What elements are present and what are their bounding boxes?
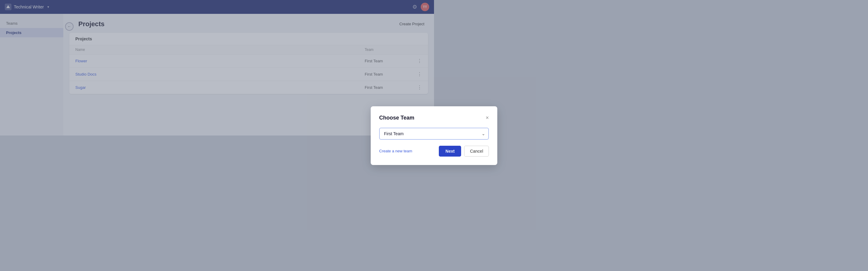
choose-team-modal: Choose Team × First Team ⌄ Create a new … — [371, 106, 434, 136]
team-select[interactable]: First Team — [379, 128, 434, 136]
team-select-wrapper: First Team ⌄ — [379, 128, 434, 136]
modal-title: Choose Team — [379, 115, 414, 121]
modal-header: Choose Team × — [379, 115, 434, 121]
modal-overlay[interactable]: Choose Team × First Team ⌄ Create a new … — [0, 0, 434, 135]
